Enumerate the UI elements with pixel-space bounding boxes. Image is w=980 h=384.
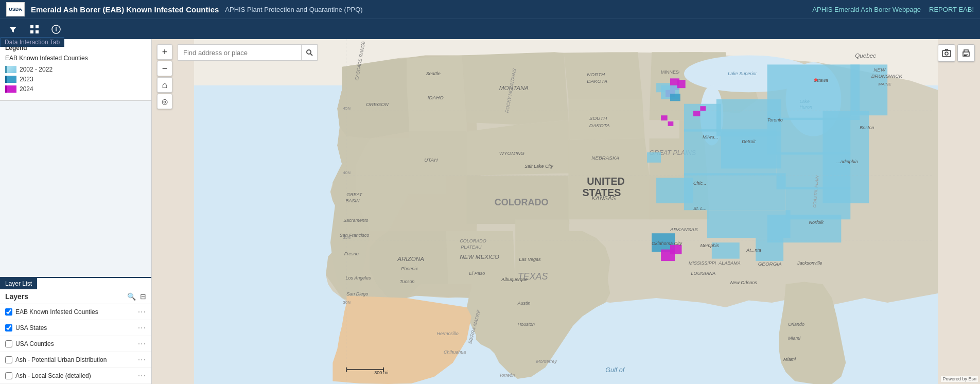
header-right: APHIS Emerald Ash Borer Webpage REPORT E… bbox=[812, 6, 974, 13]
svg-point-158 bbox=[945, 52, 948, 55]
svg-text:300 mi: 300 mi bbox=[374, 370, 388, 375]
layers-title: Layers bbox=[5, 292, 28, 301]
info-button[interactable]: i bbox=[47, 23, 65, 36]
toolbar: i Data Interaction Tab bbox=[0, 19, 980, 39]
svg-text:30N: 30N bbox=[343, 300, 351, 305]
search-button[interactable] bbox=[301, 44, 318, 61]
svg-text:St. L...: St. L... bbox=[693, 206, 707, 211]
layer-name-4: Ash - Local Scale (detailed) bbox=[15, 372, 135, 379]
svg-text:ARIZONA: ARIZONA bbox=[397, 255, 424, 262]
svg-text:LOUISIANA: LOUISIANA bbox=[691, 271, 715, 276]
svg-text:Salt Lake City: Salt Lake City bbox=[524, 164, 553, 169]
layer-row-0: EAB Known Infested Counties ··· bbox=[0, 304, 151, 320]
layers-icons: 🔍 ⊟ bbox=[127, 292, 146, 301]
svg-rect-1 bbox=[36, 25, 39, 28]
svg-text:i: i bbox=[55, 26, 57, 32]
legend-item-0: 2002 - 2022 bbox=[5, 66, 146, 73]
layer-options-4[interactable]: ··· bbox=[138, 371, 146, 380]
svg-text:El Paso: El Paso bbox=[469, 271, 485, 276]
svg-text:WYOMING: WYOMING bbox=[499, 150, 525, 156]
svg-text:Albuquerque: Albuquerque bbox=[501, 277, 528, 282]
legend-swatch-2002 bbox=[5, 66, 16, 73]
svg-text:Los Angeles: Los Angeles bbox=[346, 275, 372, 281]
usda-logo: USDA bbox=[6, 2, 25, 16]
svg-text:SOUTH: SOUTH bbox=[589, 115, 607, 121]
layer-name-1: USA States bbox=[15, 324, 135, 331]
report-link[interactable]: REPORT EAB! bbox=[929, 6, 974, 13]
svg-rect-97 bbox=[668, 121, 674, 126]
svg-rect-0 bbox=[30, 25, 33, 28]
svg-text:GREAT: GREAT bbox=[346, 192, 363, 197]
home-button[interactable]: ⌂ bbox=[157, 77, 172, 93]
svg-rect-78 bbox=[684, 173, 786, 210]
svg-text:MISSISSIPPI: MISSISSIPPI bbox=[689, 260, 716, 266]
svg-text:NORTH: NORTH bbox=[587, 72, 605, 77]
svg-text:IDAHO: IDAHO bbox=[428, 95, 444, 100]
layer-options-3[interactable]: ··· bbox=[138, 355, 146, 364]
svg-text:New Orleans: New Orleans bbox=[730, 280, 757, 285]
data-interaction-tab-label: Data Interaction Tab bbox=[0, 37, 64, 47]
legend-swatch-2024 bbox=[5, 85, 16, 93]
map-svg: OREGON CASCADE RANGE IDAHO MONTANA WYOMI… bbox=[152, 39, 980, 384]
svg-text:DAKOTA: DAKOTA bbox=[587, 78, 607, 84]
svg-marker-10 bbox=[337, 59, 409, 138]
layer-checkbox-4[interactable] bbox=[5, 372, 12, 379]
search-input[interactable] bbox=[178, 44, 301, 61]
layer-row-4: Ash - Local Scale (detailed) ··· bbox=[0, 368, 151, 384]
layer-options-0[interactable]: ··· bbox=[138, 307, 146, 317]
svg-rect-112 bbox=[822, 111, 869, 203]
layer-options-2[interactable]: ··· bbox=[138, 339, 146, 348]
layer-row-3: Ash - Potential Urban Distribution ··· bbox=[0, 352, 151, 368]
filter-button[interactable] bbox=[4, 23, 22, 36]
svg-text:NEW: NEW bbox=[873, 67, 886, 73]
header-subtitle: APHIS Plant Protection and Quarantine (P… bbox=[225, 6, 362, 13]
svg-rect-88 bbox=[656, 178, 693, 203]
svg-text:PLATEAU: PLATEAU bbox=[461, 245, 482, 250]
svg-text:Austin: Austin bbox=[517, 301, 531, 306]
locate-button[interactable]: ◎ bbox=[157, 94, 172, 109]
svg-rect-86 bbox=[707, 210, 791, 238]
svg-text:DAKOTA: DAKOTA bbox=[589, 123, 610, 128]
layers-filter-button[interactable]: ⊟ bbox=[140, 292, 146, 301]
legend-label-2002: 2002 - 2022 bbox=[20, 66, 52, 73]
layer-checkbox-0[interactable] bbox=[5, 308, 12, 316]
zoom-in-button[interactable]: + bbox=[157, 44, 172, 60]
legend-item-2: 2024 bbox=[5, 85, 146, 93]
svg-text:Norfolk: Norfolk bbox=[809, 220, 824, 225]
legend-section: Legend EAB Known Infested Counties 2002 … bbox=[0, 39, 151, 101]
layer-checkbox-2[interactable] bbox=[5, 340, 12, 347]
svg-marker-13 bbox=[407, 55, 467, 131]
svg-text:Memphis: Memphis bbox=[700, 243, 719, 248]
svg-text:Detroit: Detroit bbox=[742, 139, 756, 144]
svg-text:Sacramento: Sacramento bbox=[343, 218, 368, 223]
svg-text:Hermosillo: Hermosillo bbox=[436, 331, 458, 336]
main-layout: Legend EAB Known Infested Counties 2002 … bbox=[0, 39, 980, 384]
layer-name-3: Ash - Potential Urban Distribution bbox=[15, 356, 135, 363]
map-container[interactable]: OREGON CASCADE RANGE IDAHO MONTANA WYOMI… bbox=[152, 39, 980, 384]
zoom-out-button[interactable]: − bbox=[157, 61, 172, 76]
aphis-link[interactable]: APHIS Emerald Ash Borer Webpage bbox=[812, 6, 921, 13]
layer-checkbox-3[interactable] bbox=[5, 356, 12, 363]
layer-list-tab[interactable]: Layer List bbox=[0, 278, 37, 289]
svg-line-156 bbox=[310, 54, 312, 56]
legend-label-2024: 2024 bbox=[20, 85, 33, 93]
svg-text:OREGON: OREGON bbox=[366, 101, 389, 107]
layer-checkbox-1[interactable] bbox=[5, 324, 12, 331]
header-left: USDA Emerald Ash Borer (EAB) Known Infes… bbox=[6, 2, 363, 16]
grid-button[interactable] bbox=[26, 23, 43, 36]
svg-text:NEBRASKA: NEBRASKA bbox=[591, 155, 619, 161]
svg-text:COLORADO: COLORADO bbox=[495, 197, 549, 207]
screenshot-button[interactable] bbox=[938, 44, 955, 62]
svg-text:Toronto: Toronto bbox=[767, 117, 783, 123]
svg-text:Monterrey: Monterrey bbox=[536, 359, 557, 364]
layer-options-1[interactable]: ··· bbox=[138, 323, 146, 333]
svg-rect-94 bbox=[693, 111, 700, 116]
print-button[interactable] bbox=[957, 44, 975, 62]
layers-search-button[interactable]: 🔍 bbox=[127, 292, 136, 301]
svg-point-155 bbox=[307, 50, 311, 54]
svg-text:BRUNSWICK: BRUNSWICK bbox=[871, 73, 903, 79]
svg-text:Quebec: Quebec bbox=[855, 52, 876, 59]
svg-text:Fresno: Fresno bbox=[344, 251, 359, 256]
svg-text:Miami: Miami bbox=[783, 357, 796, 362]
svg-text:GEORGIA: GEORGIA bbox=[758, 261, 782, 267]
